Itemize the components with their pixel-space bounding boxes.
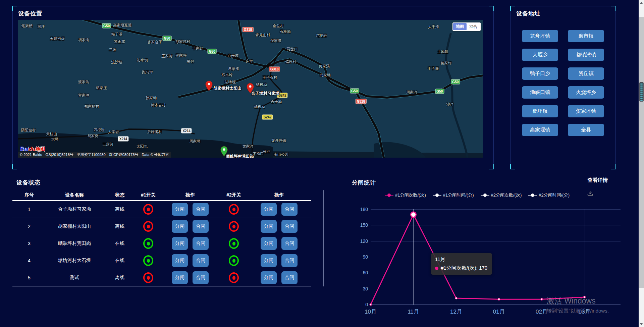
open-switch-button[interactable]: 分闸 [172, 203, 188, 216]
baidu-map[interactable]: 笔架槽洞坪天鹅抱蛋胡家湾高家堰互通梅子溪紫金寨二墩张家台子彭家河村千家岭百步垭床… [18, 20, 483, 158]
close-switch-button[interactable]: 合闸 [281, 271, 298, 284]
road-badge: G318 [243, 27, 253, 32]
indicator-core [147, 242, 150, 246]
address-button[interactable]: 火烧坪乡 [568, 86, 604, 99]
map-place-label: 棕木岭 [221, 72, 232, 77]
map-type-option[interactable]: 地图 [453, 23, 467, 30]
map-pin-green[interactable]: 晒鼓坪村荒田岗 [220, 146, 228, 156]
data-point [584, 296, 586, 298]
open-switch-button[interactable]: 分闸 [261, 237, 277, 250]
map-place-label: 两岔口 [286, 47, 298, 52]
tooltip-series-row: #1分闸次数/(次): 170 [435, 265, 487, 271]
close-switch-button[interactable]: 合闸 [281, 203, 298, 216]
open-switch-button[interactable]: 分闸 [172, 237, 188, 250]
data-point-emphasis [411, 212, 416, 217]
map-place-label: 沙湾 [446, 102, 453, 107]
map-place-label: 孙家坳 [146, 96, 157, 101]
chart-series-layer [371, 209, 621, 305]
vertical-scrollbar[interactable] [639, 0, 644, 327]
map-place-label: 周家湾 [406, 90, 417, 95]
close-switch-button[interactable]: 合闸 [193, 203, 209, 216]
switch-status-indicator-green [143, 255, 153, 266]
close-switch-button[interactable]: 合闸 [193, 220, 209, 233]
open-switch-button[interactable]: 分闸 [261, 220, 277, 233]
address-button[interactable]: 龙舟坪镇 [522, 30, 558, 42]
map-pin-label: 胡家棚村太阳山 [213, 86, 241, 91]
map-place-label: 胡家窝 [88, 133, 99, 139]
device-location-panel: 设备位置 [12, 6, 494, 169]
close-switch-button[interactable]: 合闸 [193, 254, 209, 267]
open-switch-button[interactable]: 分闸 [261, 271, 277, 284]
corner-decoration [12, 164, 17, 169]
map-pin-red[interactable]: 胡家棚村太阳山 [205, 81, 213, 91]
address-button[interactable]: 贺家坪镇 [568, 105, 604, 117]
scrollbar-down-arrow-icon[interactable] [640, 323, 643, 325]
close-switch-button[interactable]: 合闸 [193, 237, 209, 250]
open-switch-button[interactable]: 分闸 [172, 220, 188, 233]
map-pin-red[interactable]: 合子坳村习家坳 [247, 83, 254, 93]
address-button[interactable]: 磨市镇 [568, 30, 604, 42]
y-tick-label: 150 [350, 222, 368, 228]
switch-status-indicator-red [143, 221, 153, 232]
scrollbar-up-arrow-icon[interactable] [640, 2, 643, 4]
map-type-control[interactable]: 地图混合 [452, 22, 481, 31]
address-button[interactable]: 全县 [568, 124, 604, 136]
close-switch-button[interactable]: 合闸 [281, 237, 298, 250]
legend-item[interactable]: #2分闸时间/(分) [528, 192, 570, 198]
switch-2-cell [220, 204, 247, 215]
switch-1-cell [137, 238, 160, 249]
map-place-label: 东包 [186, 59, 194, 64]
map-place-label: 侯家湾 [270, 38, 281, 43]
operation-cell: 分闸合闸 [247, 271, 311, 284]
switch-status-indicator-red [143, 204, 153, 215]
map-type-option[interactable]: 混合 [467, 23, 480, 30]
map-place-label: 千家岭 [192, 46, 203, 51]
view-details-link[interactable]: 查看详情 [588, 177, 608, 183]
address-button[interactable]: 大堰乡 [522, 49, 558, 61]
baidu-map-logo[interactable]: Baidu地图 [20, 146, 45, 152]
indicator-core [232, 276, 235, 280]
legend-line-icon [385, 195, 393, 196]
operation-cell: 分闸合闸 [160, 237, 220, 250]
legend-dot [531, 194, 534, 197]
scrollbar-thumb-widget[interactable] [639, 82, 644, 102]
legend-line-icon [433, 195, 441, 196]
road-badge: G50 [162, 36, 171, 41]
table-header-cell: 操作 [160, 192, 220, 198]
close-switch-button[interactable]: 合闸 [281, 254, 298, 267]
chart-tooltip: 11月 #1分闸次数/(次): 170 [431, 253, 492, 275]
map-place-label: 偏岩村 [285, 59, 296, 64]
operation-cell: 分闸合闸 [160, 220, 220, 233]
address-button[interactable]: 鸭子口乡 [522, 67, 558, 80]
legend-label: #1分闸时间/(分) [443, 192, 474, 198]
map-place-label: 人手湾 [428, 24, 439, 29]
device-name: 塘坊河村大石坝 [46, 258, 103, 264]
open-switch-button[interactable]: 分闸 [172, 254, 188, 267]
address-button[interactable]: 都镇湾镇 [568, 49, 604, 61]
open-switch-button[interactable]: 分闸 [261, 203, 277, 216]
legend-item[interactable]: #2分闸次数/(次) [481, 192, 522, 198]
trip-stats-title: 分闸统计 [352, 179, 376, 186]
legend-dot [483, 194, 487, 197]
switch-1-cell [137, 221, 160, 232]
map-place-label: 樟木岩村 [151, 102, 165, 107]
open-switch-button[interactable]: 分闸 [172, 271, 188, 284]
table-scrollbar[interactable] [323, 190, 324, 286]
scrollbar-track-fill[interactable] [639, 17, 644, 288]
road-badge: G318 [356, 99, 366, 104]
address-button[interactable]: 高家堰镇 [522, 124, 558, 136]
switch-2-cell [220, 238, 247, 249]
address-button[interactable]: 资丘镇 [568, 67, 604, 80]
map-place-label: 高家堰互通 [113, 23, 131, 28]
open-switch-button[interactable]: 分闸 [261, 254, 277, 267]
address-button[interactable]: 榔坪镇 [522, 105, 558, 117]
table-header-cell: 设备名称 [46, 192, 103, 198]
close-switch-button[interactable]: 合闸 [193, 271, 209, 284]
map-place-label: 官家冲 [78, 93, 89, 98]
legend-item[interactable]: #1分闸时间/(分) [433, 192, 474, 198]
table-header-cell: 序号 [12, 192, 46, 198]
legend-item[interactable]: #1分闸次数/(次) [385, 192, 426, 198]
x-tick-label: 03月 [579, 308, 591, 316]
close-switch-button[interactable]: 合闸 [281, 220, 298, 233]
address-button[interactable]: 渔峡口镇 [522, 86, 558, 99]
